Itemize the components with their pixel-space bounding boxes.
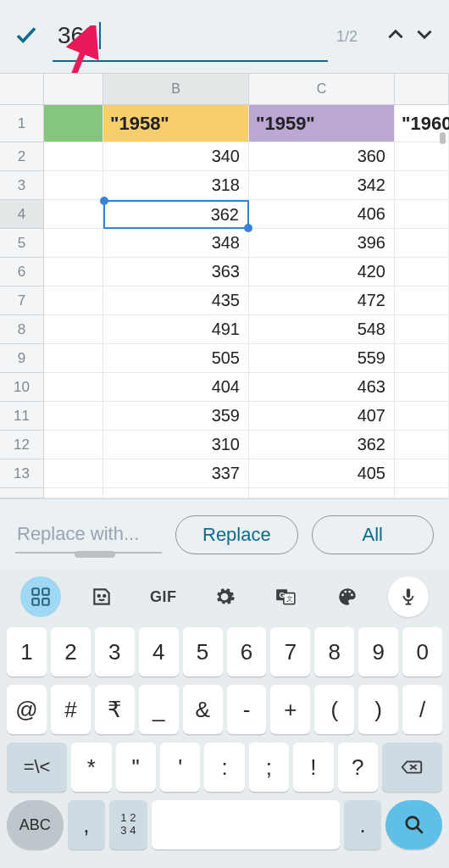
row-header[interactable]: 13 (0, 459, 44, 488)
comma-key[interactable]: , (68, 800, 105, 849)
cell[interactable]: 491 (103, 315, 249, 344)
cell[interactable]: 340 (103, 142, 249, 171)
key[interactable]: - (227, 685, 267, 734)
cell[interactable] (44, 229, 103, 258)
space-key[interactable] (152, 800, 340, 849)
key[interactable]: 4 (139, 627, 179, 676)
replace-all-button[interactable]: All (312, 515, 434, 554)
sticker-icon[interactable] (81, 576, 122, 617)
cell[interactable] (395, 142, 449, 171)
key[interactable]: _ (139, 685, 179, 734)
key[interactable]: ₹ (95, 685, 135, 734)
cell[interactable]: 406 (249, 200, 395, 229)
key[interactable]: 0 (402, 627, 442, 676)
key[interactable]: / (402, 685, 442, 734)
cell[interactable]: 363 (103, 258, 249, 287)
select-all-corner[interactable] (0, 74, 44, 105)
cell[interactable] (44, 402, 103, 431)
row-header[interactable]: 11 (0, 402, 44, 431)
cell[interactable] (44, 344, 103, 373)
cell[interactable]: 337 (103, 459, 249, 488)
key[interactable]: 1 (7, 627, 47, 676)
column-header-d[interactable] (395, 74, 449, 105)
cell[interactable] (44, 488, 103, 498)
cell[interactable]: 505 (103, 344, 249, 373)
row-header[interactable]: 12 (0, 431, 44, 459)
next-match-button[interactable] (407, 23, 435, 51)
key[interactable]: @ (7, 685, 47, 734)
key[interactable]: 6 (227, 627, 267, 676)
key[interactable]: ? (338, 743, 378, 792)
column-header-b[interactable]: B (103, 74, 249, 105)
cell[interactable]: 404 (103, 373, 249, 402)
column-header-a[interactable] (44, 74, 103, 105)
gif-icon[interactable]: GIF (143, 576, 184, 617)
key[interactable]: 5 (183, 627, 223, 676)
replace-input[interactable]: Replace with... (15, 516, 162, 554)
key[interactable]: * (71, 743, 111, 792)
cell[interactable] (44, 200, 103, 229)
cell[interactable] (395, 200, 449, 229)
cell[interactable]: 360 (249, 142, 395, 171)
key[interactable]: ; (249, 743, 289, 792)
row-header[interactable]: 9 (0, 344, 44, 373)
cell[interactable]: 472 (249, 287, 395, 315)
prev-match-button[interactable] (378, 23, 407, 51)
cell[interactable]: 463 (249, 373, 395, 402)
gear-icon[interactable] (204, 576, 245, 617)
row-header[interactable]: 4 (0, 200, 44, 229)
key[interactable]: " (116, 743, 156, 792)
search-key[interactable] (385, 800, 442, 849)
cell[interactable]: 407 (249, 402, 395, 431)
cell[interactable]: 362 (249, 431, 395, 459)
cell[interactable] (249, 488, 395, 498)
key[interactable]: ' (160, 743, 200, 792)
vertical-scroll-thumb[interactable] (440, 132, 446, 144)
row-header[interactable]: 5 (0, 229, 44, 258)
cell[interactable] (44, 315, 103, 344)
cell[interactable]: 310 (103, 431, 249, 459)
search-input[interactable]: 362 (53, 11, 328, 62)
symbols-shift-key[interactable]: =\< (7, 743, 67, 792)
key[interactable]: 7 (270, 627, 310, 676)
cell[interactable] (44, 287, 103, 315)
key[interactable]: 2 (51, 627, 91, 676)
confirm-icon[interactable] (14, 22, 44, 52)
cell[interactable]: 405 (249, 459, 395, 488)
cell[interactable]: 359 (103, 402, 249, 431)
cell[interactable] (395, 258, 449, 287)
cell[interactable]: 362 (103, 200, 249, 229)
key[interactable]: + (270, 685, 310, 734)
row-header[interactable] (0, 488, 44, 498)
numpad-key[interactable]: 1 23 4 (109, 800, 147, 849)
cell[interactable] (44, 258, 103, 287)
column-header-c[interactable]: C (249, 74, 395, 105)
key[interactable]: 9 (358, 627, 398, 676)
replace-button[interactable]: Replace (175, 515, 297, 554)
row-header[interactable]: 3 (0, 171, 44, 200)
mic-icon[interactable] (388, 576, 429, 617)
selection-handle[interactable] (100, 197, 108, 205)
backspace-key[interactable] (382, 743, 442, 792)
cell[interactable]: "1959" (249, 105, 395, 142)
cell[interactable]: 559 (249, 344, 395, 373)
cell[interactable] (395, 373, 449, 402)
key[interactable]: ! (293, 743, 333, 792)
cell[interactable] (395, 459, 449, 488)
row-header[interactable]: 2 (0, 142, 44, 171)
cell[interactable]: "1958" (103, 105, 249, 142)
abc-key[interactable]: ABC (7, 800, 64, 849)
cell[interactable]: 342 (249, 171, 395, 200)
cell[interactable] (395, 315, 449, 344)
cell[interactable] (44, 171, 103, 200)
row-header[interactable]: 8 (0, 315, 44, 344)
palette-icon[interactable] (327, 576, 368, 617)
row-header[interactable]: 1 (0, 105, 44, 142)
key[interactable]: 8 (314, 627, 354, 676)
cell[interactable]: 348 (103, 229, 249, 258)
key[interactable]: ) (358, 685, 398, 734)
key[interactable]: & (183, 685, 223, 734)
cell[interactable]: 396 (249, 229, 395, 258)
key[interactable]: # (51, 685, 91, 734)
key[interactable]: 3 (95, 627, 135, 676)
